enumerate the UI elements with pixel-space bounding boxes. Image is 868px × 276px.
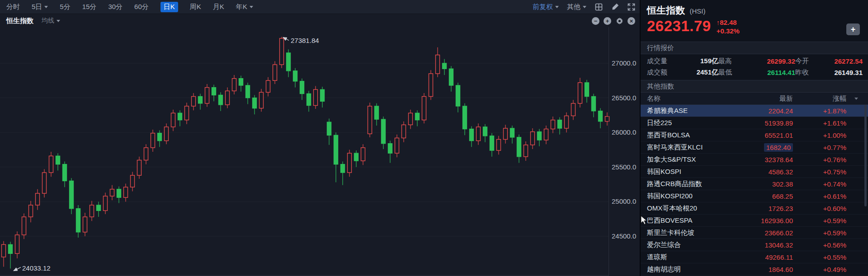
index-change: +0.56%	[793, 241, 846, 249]
quote-grid: 成交量159亿最高26299.32今开26272.54成交额2451亿最低261…	[641, 54, 868, 80]
index-change: +1.87%	[793, 107, 846, 115]
period-daily-k[interactable]: 日K	[160, 2, 178, 12]
index-name: 路透CRB商品指数	[647, 180, 725, 188]
index-last: 51939.89	[725, 119, 793, 127]
chevron-down-icon	[44, 6, 48, 8]
adjust-mode-label: 前复权	[533, 3, 553, 11]
index-last: 668.25	[725, 192, 793, 200]
column-header-name[interactable]: 名称	[647, 94, 725, 103]
index-name: 墨西哥BOLSA	[647, 131, 725, 140]
quote-label: 成交量	[647, 57, 675, 65]
chevron-down-icon	[555, 6, 559, 8]
panel-scrollbar-thumb[interactable]	[864, 105, 867, 206]
zoom-out-button[interactable]: −	[592, 17, 599, 25]
period-monthly-k[interactable]: 月K	[213, 3, 224, 11]
index-last: 4586.32	[725, 168, 793, 176]
layout-grid-icon[interactable]	[594, 3, 603, 11]
svg-text:27381.84: 27381.84	[291, 37, 319, 44]
index-row[interactable]: 希腊雅典ASE2204.24+1.87%	[641, 105, 868, 117]
quote-section-header: 行情报价	[641, 42, 868, 54]
fullscreen-expand-icon[interactable]	[627, 3, 635, 11]
period-yearly-k[interactable]: 年K	[236, 3, 253, 11]
index-row[interactable]: 日经22551939.89+1.61%	[641, 117, 868, 129]
column-header-last[interactable]: 最新	[725, 94, 793, 103]
index-row[interactable]: 墨西哥BOLSA65521.01+1.00%	[641, 129, 868, 141]
period-weekly-k[interactable]: 周K	[190, 3, 201, 11]
index-last: 49266.11	[725, 253, 793, 261]
chart-region: 分时5日5分15分30分60分日K周K月K年K 前复权 其他	[0, 0, 640, 276]
index-row[interactable]: 斯里兰卡科伦坡23666.02+0.59%	[641, 227, 868, 239]
index-change: +0.77%	[793, 144, 846, 151]
index-row[interactable]: OMX哥本哈根201726.23+0.60%	[641, 202, 868, 215]
chart-instrument-title: 恒生指数	[6, 17, 33, 25]
column-header-change[interactable]: 涨幅	[793, 94, 846, 103]
index-last: 32378.64	[725, 156, 793, 164]
quote-value: 26149.31	[823, 69, 863, 76]
index-row[interactable]: 富时马来西亚KLCI1682.40+0.77%	[641, 141, 868, 154]
mouse-cursor	[641, 215, 647, 225]
chart-y-axis: 27000.026500.026000.025500.025000.024500…	[0, 27, 636, 276]
period-60min[interactable]: 60分	[134, 3, 149, 11]
stock-app-window: 分时5日5分15分30分60分日K周K月K年K 前复权 其他	[0, 0, 868, 276]
index-last: 23666.02	[725, 229, 793, 237]
svg-text:27000.0: 27000.0	[612, 59, 636, 67]
svg-text:26500.0: 26500.0	[612, 94, 636, 102]
price-change-abs: 82.48	[720, 19, 737, 26]
period-minute[interactable]: 分时	[6, 3, 20, 11]
ma-indicator-dropdown[interactable]: 均线	[42, 17, 60, 25]
period-15min[interactable]: 15分	[82, 3, 97, 11]
index-name: 道琼斯	[647, 253, 725, 262]
index-name: 爱尔兰综合	[647, 241, 725, 249]
index-row[interactable]: 道琼斯49266.11+0.55%	[641, 251, 868, 263]
indices-table-header: 名称 最新 涨幅	[641, 93, 868, 105]
index-change: +0.59%	[793, 217, 846, 225]
period-5day[interactable]: 5日	[32, 3, 48, 11]
index-row[interactable]: 巴西BOVESPA162936.00+0.59%	[641, 215, 868, 227]
svg-text:25000.0: 25000.0	[612, 197, 636, 205]
candlestick-chart-canvas[interactable]: 27000.026500.026000.025500.025000.024500…	[0, 27, 640, 276]
indices-table: 希腊雅典ASE2204.24+1.87%日经22551939.89+1.61%墨…	[641, 105, 868, 276]
other-indices-section-header: 其他指数	[641, 80, 868, 93]
toolbar-right-group: 前复权 其他	[533, 3, 635, 11]
quote-value: 26272.54	[823, 57, 863, 65]
gear-icon[interactable]	[615, 17, 623, 25]
other-label: 其他	[567, 3, 580, 11]
index-row[interactable]: 韩国KOSPI200668.25+0.61%	[641, 190, 868, 202]
index-row[interactable]: 路透CRB商品指数302.38+0.74%	[641, 178, 868, 190]
quote-label: 今开	[795, 57, 823, 65]
quote-row: 成交额2451亿最低26114.41昨收26149.31	[647, 67, 863, 78]
chevron-down-icon	[57, 20, 60, 22]
quote-label: 最高	[718, 57, 752, 65]
index-last: 1864.60	[725, 266, 793, 273]
add-to-watchlist-button[interactable]: +	[846, 23, 860, 35]
quote-label: 最低	[718, 68, 752, 77]
index-last: 65521.01	[725, 131, 793, 139]
chevron-down-icon	[583, 6, 586, 8]
index-change: +0.59%	[793, 229, 846, 237]
quote-value: 26114.41	[752, 69, 795, 76]
index-change: +0.61%	[793, 192, 846, 200]
chart-window-controls: − + ×	[592, 17, 635, 25]
quote-value: 26299.32	[752, 57, 795, 65]
instrument-symbol: (HSI)	[689, 7, 705, 15]
close-icon[interactable]: ×	[627, 17, 635, 25]
index-row[interactable]: 爱尔兰综合13046.32+0.56%	[641, 239, 868, 251]
index-name: OMX哥本哈根20	[647, 204, 725, 213]
index-last: 1682.40	[725, 144, 793, 151]
index-change: +0.75%	[793, 168, 846, 176]
adjust-mode-dropdown[interactable]: 前复权	[533, 3, 559, 11]
quote-value: 2451亿	[675, 68, 718, 77]
sort-chevron-down-icon[interactable]	[854, 98, 858, 100]
zoom-in-button[interactable]: +	[604, 17, 611, 25]
period-5min[interactable]: 5分	[60, 3, 70, 11]
index-row[interactable]: 越南胡志明1864.60+0.49%	[641, 263, 868, 276]
period-30min[interactable]: 30分	[108, 3, 123, 11]
quote-value: 159亿	[675, 57, 718, 65]
index-change: +0.49%	[793, 266, 846, 273]
index-row[interactable]: 加拿大S&P/TSX32378.64+0.76%	[641, 154, 868, 166]
other-dropdown[interactable]: 其他	[567, 3, 586, 11]
index-name: 日经225	[647, 119, 725, 127]
index-row[interactable]: 韩国KOSPI4586.32+0.75%	[641, 166, 868, 178]
index-change: +1.61%	[793, 119, 846, 127]
draw-brush-icon[interactable]	[611, 3, 619, 11]
